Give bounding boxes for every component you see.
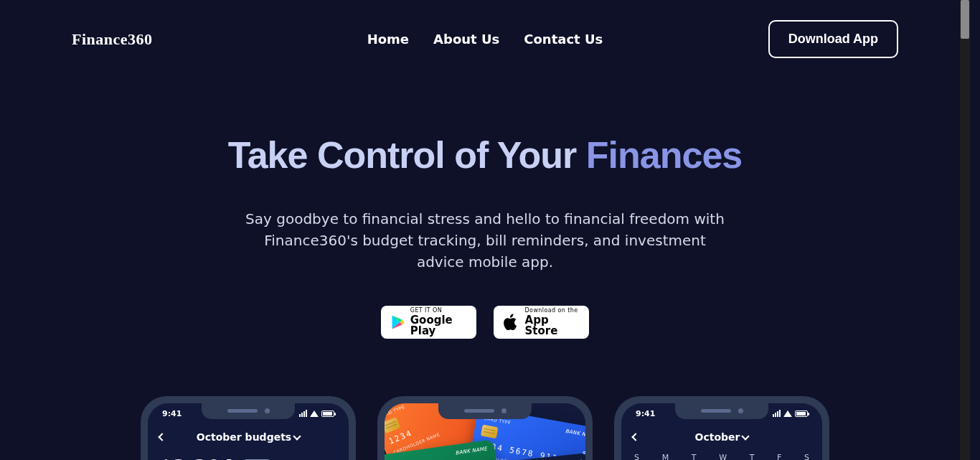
hero-title-accent: Finances <box>586 134 742 176</box>
battery-icon <box>321 410 334 417</box>
app-store-button[interactable]: Download on the App Store <box>494 306 589 339</box>
google-play-top: GET IT ON <box>410 308 466 314</box>
phone-notch <box>438 403 532 419</box>
day-header: T <box>692 453 697 460</box>
nav-contact[interactable]: Contact Us <box>524 32 603 47</box>
apple-icon <box>504 313 519 332</box>
back-icon[interactable] <box>158 433 166 441</box>
hero-subtitle: Say goodbye to financial stress and hell… <box>241 208 729 273</box>
phone-notch <box>202 403 295 419</box>
app-store-bottom: App Store <box>525 315 579 337</box>
nav-home[interactable]: Home <box>367 32 409 47</box>
status-time: 9:41 <box>162 409 182 418</box>
calendar-title[interactable]: October <box>695 431 749 443</box>
day-header: S <box>634 453 639 460</box>
day-header: W <box>719 453 727 460</box>
phone-cards: CARD TYPE BANK NAME 1234 CARDHOLDER NAME… <box>377 396 593 460</box>
wifi-icon <box>783 410 792 417</box>
chevron-down-icon <box>293 432 301 440</box>
google-play-bottom: Google Play <box>410 315 466 337</box>
phone-budgets: 9:41 October budgets $2,204 Left <box>141 396 356 460</box>
day-header: F <box>777 453 781 460</box>
calendar-day-headers: S M T W T F S <box>633 453 811 460</box>
chevron-down-icon <box>742 432 750 440</box>
nav-about[interactable]: About Us <box>433 32 499 47</box>
day-header: T <box>750 453 755 460</box>
day-header: M <box>662 453 669 460</box>
store-buttons: GET IT ON Google Play Download on the Ap… <box>0 306 970 339</box>
primary-nav: Home About Us Contact Us <box>367 32 603 47</box>
card-chip-icon <box>385 417 400 433</box>
budget-amount: $2,204 <box>159 456 234 460</box>
google-play-icon <box>391 313 405 332</box>
budgets-title[interactable]: October budgets <box>197 431 300 443</box>
hero-title-plain: Take Control of Your <box>228 134 586 176</box>
google-play-button[interactable]: GET IT ON Google Play <box>381 306 476 339</box>
brand-logo: Finance360 <box>72 30 153 49</box>
download-app-button[interactable]: Download App <box>768 20 898 58</box>
back-icon[interactable] <box>631 433 639 441</box>
card-chip-icon <box>481 424 498 438</box>
hero-section: Take Control of Your Finances Say goodby… <box>0 136 970 339</box>
phone-previews: 9:41 October budgets $2,204 Left <box>0 396 970 460</box>
day-header: S <box>804 453 809 460</box>
phone-notch <box>675 403 768 419</box>
scrollbar-thumb[interactable] <box>961 0 969 39</box>
app-store-top: Download on the <box>525 308 579 314</box>
hero-title: Take Control of Your Finances <box>0 136 970 175</box>
wifi-icon <box>310 410 319 417</box>
battery-icon <box>795 410 808 417</box>
phone-calendar: 9:41 October S M T W <box>614 396 829 460</box>
signal-icon <box>299 410 307 417</box>
signal-icon <box>773 410 781 417</box>
site-header: Finance360 Home About Us Contact Us Down… <box>0 0 970 58</box>
page-scrollbar[interactable] <box>960 0 970 460</box>
status-time: 9:41 <box>636 409 655 418</box>
